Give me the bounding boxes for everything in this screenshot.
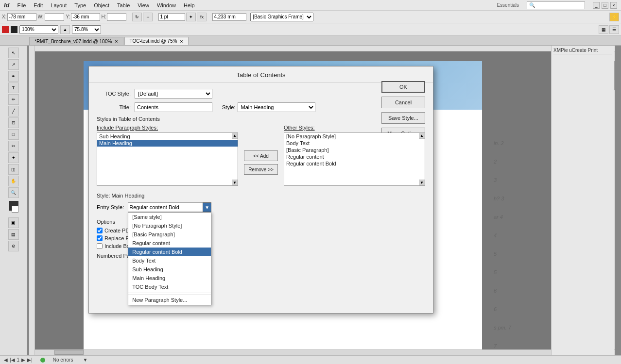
other-style-item-4[interactable]: Regular content Bold [284, 160, 425, 167]
stroke-weight-select[interactable]: 100% [19, 25, 58, 34]
remove-button[interactable]: Remove >> [244, 164, 278, 175]
effects-btn[interactable]: fx [197, 13, 207, 21]
line-tool[interactable]: ╱ [8, 106, 19, 116]
include-style-item-1[interactable]: Main Heading [97, 140, 238, 147]
toolbar-1: X: W: Y: H: ↻ ↔ ✦ fx [Basic Graphics Fra… [0, 11, 621, 23]
gradient-tool[interactable]: ◫ [8, 164, 19, 175]
page-first-btn[interactable]: |◀ [10, 357, 15, 363]
apply-color-btn[interactable]: ▣ [8, 217, 19, 228]
dropdown-item-regular-content[interactable]: Regular content [128, 239, 211, 248]
close-btn[interactable]: × [610, 2, 617, 9]
transform-btn[interactable]: ↻ [132, 13, 142, 21]
other-list-scroll-up[interactable]: ▲ [419, 133, 425, 139]
menu-help[interactable]: Help [184, 2, 195, 8]
apply-none-btn[interactable]: ⊘ [8, 241, 19, 251]
include-style-item-0[interactable]: Sub Heading [97, 133, 238, 140]
x-coord-input[interactable] [7, 13, 36, 21]
scrollbar-h-thumb[interactable] [54, 350, 84, 355]
cancel-button[interactable]: Cancel [381, 97, 425, 108]
h-coord-input[interactable] [107, 13, 126, 21]
stroke-btn[interactable]: ✦ [186, 13, 196, 21]
rect-frame-tool[interactable]: ⊡ [8, 117, 19, 128]
tab-0[interactable]: *RMIT_Brochure_v07.indd @ 100% × [29, 37, 123, 45]
menu-type[interactable]: Type [74, 2, 86, 8]
menu-object[interactable]: Object [94, 2, 109, 8]
direct-select-tool[interactable]: ↗ [8, 59, 19, 70]
w-coord-input[interactable] [45, 13, 64, 21]
stroke-swatch[interactable] [12, 206, 18, 213]
pen-tool[interactable]: ✒ [8, 71, 19, 82]
menu-table[interactable]: Table [117, 2, 130, 8]
dropdown-item-basic-para[interactable]: [Basic Paragraph] [128, 230, 211, 239]
dropdown-item-toc-body-text[interactable]: TOC Body Text [128, 282, 211, 291]
scrollbar-horizontal[interactable] [35, 349, 615, 355]
tab-1-close[interactable]: × [180, 38, 183, 44]
frame-type-select[interactable]: [Basic Graphics Frame] [250, 13, 313, 21]
minimize-btn[interactable]: _ [593, 2, 600, 9]
other-style-item-0[interactable]: [No Paragraph Style] [284, 133, 425, 140]
maximize-btn[interactable]: □ [602, 2, 608, 9]
hand-tool[interactable]: ✋ [8, 176, 19, 186]
entry-style-input[interactable] [128, 202, 203, 212]
menu-file[interactable]: File [17, 2, 26, 8]
checkbox-1[interactable] [97, 235, 103, 241]
pt-input[interactable] [158, 13, 185, 21]
fill-color-btn[interactable] [11, 26, 17, 33]
page-last-btn[interactable]: ▶| [27, 357, 33, 363]
menu-window[interactable]: Window [157, 2, 176, 8]
add-button[interactable]: << Add [244, 150, 278, 161]
dropdown-item-body-text[interactable]: Body Text [128, 256, 211, 265]
checkbox-2[interactable] [97, 243, 103, 249]
free-transform-tool[interactable]: ✦ [8, 152, 19, 163]
include-list-scroll-down[interactable]: ▼ [232, 180, 238, 185]
dropdown-item-same-style[interactable]: [Same style] [128, 213, 211, 221]
style-select[interactable]: Main Heading [238, 102, 315, 112]
y-coord-input[interactable] [71, 13, 100, 21]
entry-style-label: Entry Style: [97, 204, 124, 210]
xmpie-panel: XMPie uCreate Print [551, 46, 614, 355]
page-prev-btn[interactable]: ◀ [4, 357, 8, 363]
title-input[interactable] [135, 102, 212, 112]
menu-edit[interactable]: Edit [34, 2, 43, 8]
stroke-color-btn[interactable] [2, 26, 9, 33]
type-tool[interactable]: T [8, 83, 19, 93]
view-mode-btn[interactable]: ▦ [599, 25, 608, 34]
dropdown-item-regular-content-bold[interactable]: Regular content Bold [128, 248, 211, 256]
dropdown-item-sub-heading[interactable]: Sub Heading [128, 265, 211, 274]
dropdown-item-no-para-style[interactable]: [No Paragraph Style] [128, 221, 211, 230]
other-styles-panel: Other Styles: [No Paragraph Style] Body … [284, 125, 425, 186]
other-style-item-3[interactable]: Regular content [284, 153, 425, 160]
workspace-label: Essentials [497, 2, 519, 8]
dim-input[interactable] [212, 13, 246, 21]
pencil-tool[interactable]: ✏ [8, 94, 19, 105]
entry-style-dropdown-btn[interactable]: ▼ [203, 202, 211, 212]
panel-btn[interactable]: ☰ [609, 25, 619, 34]
left-toolbar: ↖ ↗ ✒ T ✏ ╱ ⊡ □ ✂ ✦ ◫ ✋ 🔍 ▣ ▤ ⊘ [0, 46, 27, 355]
toc-style-select[interactable]: [Default] [135, 89, 212, 99]
rect-tool[interactable]: □ [8, 129, 19, 140]
errors-dropdown[interactable]: ▼ [83, 357, 87, 363]
other-style-item-1[interactable]: Body Text [284, 140, 425, 147]
zoom-btn[interactable]: ▲ [60, 25, 70, 34]
other-list-scroll-down[interactable]: ▼ [419, 180, 425, 185]
dropdown-item-main-heading[interactable]: Main Heading [128, 274, 211, 282]
lightning-btn[interactable]: ⚡ [609, 13, 619, 21]
zoom-tool[interactable]: 🔍 [8, 187, 19, 198]
tab-0-close[interactable]: × [115, 38, 118, 44]
menu-view[interactable]: View [138, 2, 149, 8]
menu-layout[interactable]: Layout [51, 2, 67, 8]
apply-gradient-btn[interactable]: ▤ [8, 229, 19, 240]
other-style-item-2[interactable]: [Basic Paragraph] [284, 147, 425, 153]
scissors-tool[interactable]: ✂ [8, 141, 19, 151]
include-list-scroll-up[interactable]: ▲ [232, 133, 238, 139]
page-next-btn[interactable]: ▶ [21, 357, 25, 363]
ok-button[interactable]: OK [381, 81, 425, 93]
checkbox-0[interactable] [97, 228, 103, 233]
dropdown-item-new-para-style[interactable]: New Paragraph Style... [128, 295, 211, 305]
flip-h-btn[interactable]: ↔ [143, 13, 153, 21]
save-style-button[interactable]: Save Style... [381, 112, 425, 124]
select-tool[interactable]: ↖ [8, 48, 19, 58]
zoom-select[interactable]: 75.8% [72, 25, 101, 34]
tab-1[interactable]: TOC-test.indd @ 75% × [124, 37, 189, 45]
search-box[interactable]: 🔍 [527, 1, 585, 9]
